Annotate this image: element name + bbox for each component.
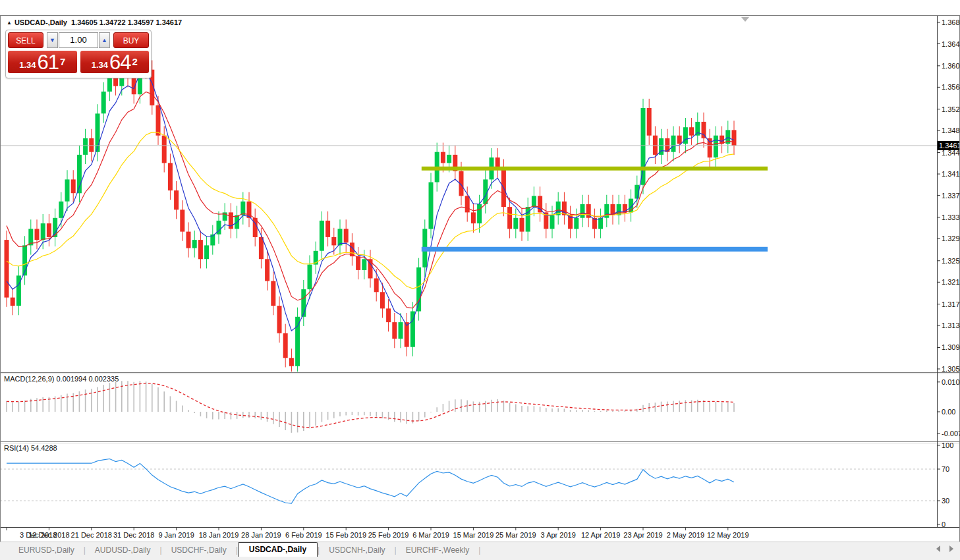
svg-text:18 Jan 2019: 18 Jan 2019 xyxy=(199,531,239,539)
volume-decrease-button[interactable]: ▼ xyxy=(47,32,58,48)
chart-ohlc-values: 1.34605 1.34722 1.34597 1.34617 xyxy=(71,18,182,26)
svg-text:1.35680: 1.35680 xyxy=(942,83,960,91)
svg-text:1.35280: 1.35280 xyxy=(942,105,960,113)
chart-window[interactable]: 1.346171.368601.364701.360701.356801.352… xyxy=(0,15,960,542)
svg-text:1.34890: 1.34890 xyxy=(942,126,960,134)
svg-text:6 Feb 2019: 6 Feb 2019 xyxy=(285,531,322,539)
svg-text:1.31730: 1.31730 xyxy=(942,300,960,308)
rsi-indicator-label: RSI(14) 54.4288 xyxy=(4,444,57,452)
chart-tab-eurchf[interactable]: EURCHF-,Weekly xyxy=(397,544,478,557)
status-bar xyxy=(0,557,960,560)
tab-scroll-controls xyxy=(936,546,953,552)
svg-text:21 Dec 2018: 21 Dec 2018 xyxy=(71,531,112,539)
svg-text:0.00: 0.00 xyxy=(942,408,955,416)
chart-tab-usdcad[interactable]: USDCAD-,Daily xyxy=(238,542,318,557)
svg-text:2 May 2019: 2 May 2019 xyxy=(667,531,704,539)
svg-text:1.32920: 1.32920 xyxy=(942,235,960,242)
svg-text:1.30550: 1.30550 xyxy=(942,365,960,373)
svg-text:1.36470: 1.36470 xyxy=(942,40,960,48)
tab-scroll-left-icon[interactable] xyxy=(936,546,940,552)
sell-button[interactable]: SELL xyxy=(8,32,43,48)
sell-price-point: 7 xyxy=(60,51,65,73)
svg-text:15 Feb 2019: 15 Feb 2019 xyxy=(325,531,366,539)
chart-canvas[interactable]: 1.346171.368601.364701.360701.356801.352… xyxy=(0,0,960,542)
svg-text:12 Dec 2018: 12 Dec 2018 xyxy=(28,531,69,539)
svg-text:25 Feb 2019: 25 Feb 2019 xyxy=(368,531,409,539)
volume-input[interactable]: 1.00 xyxy=(59,32,98,48)
svg-text:100: 100 xyxy=(942,441,953,449)
terminal-window: H4D1W1MN 1.346171.368601.364701.360701.3… xyxy=(0,0,960,560)
svg-text:15 Mar 2019: 15 Mar 2019 xyxy=(453,531,494,539)
chart-tab-eurusd[interactable]: EURUSD-,Daily xyxy=(9,544,84,557)
svg-text:12 May 2019: 12 May 2019 xyxy=(707,531,749,539)
svg-text:23 Apr 2019: 23 Apr 2019 xyxy=(623,531,662,539)
svg-text:1.36070: 1.36070 xyxy=(942,62,960,70)
buy-price-pips: 64 xyxy=(109,53,130,72)
svg-text:1.33310: 1.33310 xyxy=(942,213,960,221)
chart-tab-audusd[interactable]: AUDUSD-,Daily xyxy=(86,544,160,557)
svg-text:25 Mar 2019: 25 Mar 2019 xyxy=(495,531,536,539)
buy-price-point: 2 xyxy=(132,51,137,73)
buy-quote-panel[interactable]: 1.34 64 2 xyxy=(80,51,150,73)
chart-title: ▲USDCAD-,Daily1.34605 1.34722 1.34597 1.… xyxy=(7,18,182,26)
svg-text:-0.00747: -0.00747 xyxy=(942,430,960,437)
sell-price-pips: 61 xyxy=(37,53,58,72)
tab-scroll-right-icon[interactable] xyxy=(949,546,953,552)
buy-price-base: 1.34 xyxy=(92,59,108,72)
svg-text:0.010229: 0.010229 xyxy=(942,378,960,386)
chart-symbol-label: USDCAD-,Daily xyxy=(14,18,67,26)
one-click-trading-panel: SELL ▼ 1.00 ▲ BUY 1.34 61 7 1.34 64 2 xyxy=(5,30,152,78)
svg-text:12 Apr 2019: 12 Apr 2019 xyxy=(581,531,620,539)
chart-tab-bar: EURUSD-,Daily|AUDUSD-,Daily|USDCHF-,Dail… xyxy=(0,542,960,557)
chart-tab-usdchf[interactable]: USDCHF-,Daily xyxy=(162,544,236,557)
svg-text:6 Mar 2019: 6 Mar 2019 xyxy=(412,531,449,539)
chart-tab-usdcnh[interactable]: USDCNH-,Daily xyxy=(320,544,394,557)
svg-text:30: 30 xyxy=(942,497,949,505)
svg-text:1.30940: 1.30940 xyxy=(942,343,960,351)
svg-text:31 Dec 2018: 31 Dec 2018 xyxy=(113,531,154,539)
svg-text:0: 0 xyxy=(942,520,946,528)
collapse-triangle-icon[interactable]: ▲ xyxy=(7,20,12,26)
volume-increase-button[interactable]: ▲ xyxy=(99,32,110,48)
svg-text:3 Apr 2019: 3 Apr 2019 xyxy=(541,531,576,539)
svg-text:9 Jan 2019: 9 Jan 2019 xyxy=(158,531,194,539)
svg-text:1.34490: 1.34490 xyxy=(942,149,960,157)
macd-indicator-label: MACD(12,26,9) 0.001994 0.002335 xyxy=(4,375,119,383)
sell-price-base: 1.34 xyxy=(19,59,36,72)
sell-quote-panel[interactable]: 1.34 61 7 xyxy=(8,51,77,73)
buy-button[interactable]: BUY xyxy=(113,32,149,48)
svg-text:28 Jan 2019: 28 Jan 2019 xyxy=(241,531,281,539)
svg-text:1.36860: 1.36860 xyxy=(942,18,960,26)
svg-text:1.32520: 1.32520 xyxy=(942,257,960,265)
tab-separator: | xyxy=(478,544,480,557)
svg-text:1.34100: 1.34100 xyxy=(942,170,960,178)
svg-text:1.33710: 1.33710 xyxy=(942,192,960,200)
svg-text:70: 70 xyxy=(942,465,949,473)
svg-text:1.31340: 1.31340 xyxy=(942,322,960,329)
svg-text:1.32130: 1.32130 xyxy=(942,278,960,286)
